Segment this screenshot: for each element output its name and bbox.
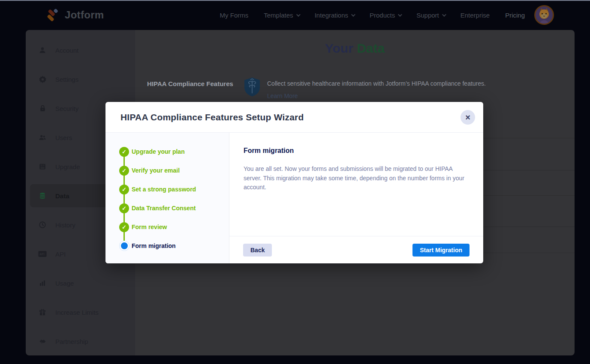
window-top-edge (0, 0, 590, 1)
modal-title: HIPAA Compliance Features Setup Wizard (120, 112, 461, 122)
modal-body: ✓ Upgrade your plan ✓ Verify your email … (105, 133, 483, 263)
back-button[interactable]: Back (243, 244, 272, 257)
step-label: Upgrade your plan (132, 148, 185, 155)
step-label: Data Transfer Consent (132, 205, 196, 212)
step-content-heading: Form migration (244, 147, 294, 155)
start-migration-button[interactable]: Start Migration (412, 244, 470, 257)
close-icon[interactable]: × (461, 110, 475, 125)
wizard-step-content: Form migration You are all set. Now your… (229, 133, 483, 263)
step-check-icon: ✓ (119, 166, 129, 176)
wizard-steps-panel: ✓ Upgrade your plan ✓ Verify your email … (105, 133, 229, 263)
step-active-dot (120, 241, 129, 251)
hipaa-setup-wizard-modal: HIPAA Compliance Features Setup Wizard ×… (105, 102, 483, 263)
modal-header: HIPAA Compliance Features Setup Wizard × (105, 102, 483, 133)
step-label: Verify your email (132, 167, 180, 174)
close-x-glyph: × (465, 113, 470, 122)
step-label: Form review (132, 224, 167, 230)
step-check-icon: ✓ (119, 147, 129, 157)
step-check-icon: ✓ (119, 185, 129, 194)
step-label: Set a strong password (132, 186, 196, 193)
step-label: Form migration (132, 242, 176, 249)
modal-footer: Back Start Migration (229, 236, 483, 263)
step-check-icon: ✓ (119, 222, 129, 232)
step-content-body: You are all set. Now your forms and subm… (244, 164, 470, 192)
step-check-icon: ✓ (119, 203, 129, 213)
